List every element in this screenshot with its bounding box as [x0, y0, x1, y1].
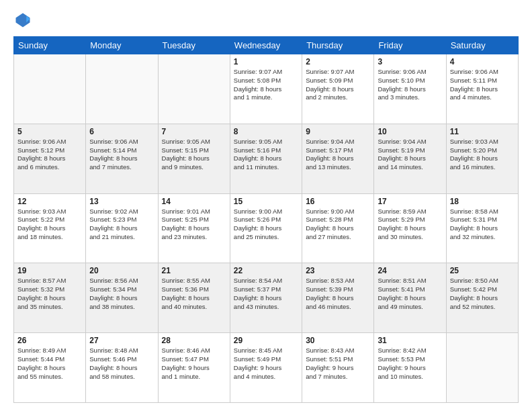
day-number: 25	[450, 266, 515, 275]
day-info: Sunrise: 8:59 AM Sunset: 5:29 PM Dayligh…	[378, 208, 442, 242]
calendar-cell: 15Sunrise: 9:00 AM Sunset: 5:26 PM Dayli…	[230, 193, 302, 263]
day-number: 23	[306, 266, 370, 275]
calendar-cell: 27Sunrise: 8:48 AM Sunset: 5:46 PM Dayli…	[86, 333, 158, 403]
day-info: Sunrise: 9:06 AM Sunset: 5:14 PM Dayligh…	[89, 138, 154, 172]
calendar-cell: 3Sunrise: 9:06 AM Sunset: 5:10 PM Daylig…	[374, 54, 446, 124]
calendar-cell: 7Sunrise: 9:05 AM Sunset: 5:15 PM Daylig…	[158, 124, 230, 193]
calendar-cell: 25Sunrise: 8:50 AM Sunset: 5:42 PM Dayli…	[446, 263, 518, 333]
day-number: 2	[306, 57, 370, 66]
day-number: 6	[89, 127, 154, 136]
day-info: Sunrise: 9:05 AM Sunset: 5:16 PM Dayligh…	[234, 138, 298, 172]
day-info: Sunrise: 8:54 AM Sunset: 5:37 PM Dayligh…	[234, 277, 298, 311]
day-info: Sunrise: 8:46 AM Sunset: 5:47 PM Dayligh…	[162, 347, 226, 381]
day-number: 16	[306, 197, 370, 206]
day-info: Sunrise: 9:07 AM Sunset: 5:09 PM Dayligh…	[306, 68, 370, 102]
day-number: 29	[234, 336, 298, 345]
calendar-cell: 16Sunrise: 9:00 AM Sunset: 5:28 PM Dayli…	[302, 193, 374, 263]
day-number: 17	[378, 197, 442, 206]
calendar-cell: 22Sunrise: 8:54 AM Sunset: 5:37 PM Dayli…	[230, 263, 302, 333]
day-number: 18	[450, 197, 515, 206]
day-info: Sunrise: 8:57 AM Sunset: 5:32 PM Dayligh…	[17, 277, 82, 311]
day-number: 4	[450, 57, 515, 66]
calendar-cell: 26Sunrise: 8:49 AM Sunset: 5:44 PM Dayli…	[14, 333, 86, 403]
day-number: 30	[306, 336, 370, 345]
day-info: Sunrise: 8:58 AM Sunset: 5:31 PM Dayligh…	[450, 208, 515, 242]
calendar-header-saturday: Saturday	[446, 37, 518, 54]
day-info: Sunrise: 8:49 AM Sunset: 5:44 PM Dayligh…	[17, 347, 82, 381]
calendar-cell: 12Sunrise: 9:03 AM Sunset: 5:22 PM Dayli…	[14, 193, 86, 263]
calendar-cell	[446, 333, 518, 403]
day-number: 22	[234, 266, 298, 275]
calendar-cell	[86, 54, 158, 124]
calendar-cell: 2Sunrise: 9:07 AM Sunset: 5:09 PM Daylig…	[302, 54, 374, 124]
calendar-cell: 10Sunrise: 9:04 AM Sunset: 5:19 PM Dayli…	[374, 124, 446, 193]
day-number: 20	[89, 266, 154, 275]
day-info: Sunrise: 9:02 AM Sunset: 5:23 PM Dayligh…	[89, 208, 154, 242]
day-info: Sunrise: 9:03 AM Sunset: 5:20 PM Dayligh…	[450, 138, 515, 172]
day-info: Sunrise: 9:04 AM Sunset: 5:19 PM Dayligh…	[378, 138, 442, 172]
day-info: Sunrise: 8:56 AM Sunset: 5:34 PM Dayligh…	[89, 277, 154, 311]
calendar: SundayMondayTuesdayWednesdayThursdayFrid…	[13, 36, 519, 403]
calendar-cell	[14, 54, 86, 124]
calendar-cell: 6Sunrise: 9:06 AM Sunset: 5:14 PM Daylig…	[86, 124, 158, 193]
day-number: 11	[450, 127, 515, 136]
calendar-cell: 18Sunrise: 8:58 AM Sunset: 5:31 PM Dayli…	[446, 193, 518, 263]
day-number: 5	[17, 127, 82, 136]
day-number: 8	[234, 127, 298, 136]
calendar-cell: 9Sunrise: 9:04 AM Sunset: 5:17 PM Daylig…	[302, 124, 374, 193]
calendar-cell: 21Sunrise: 8:55 AM Sunset: 5:36 PM Dayli…	[158, 263, 230, 333]
day-info: Sunrise: 9:05 AM Sunset: 5:15 PM Dayligh…	[162, 138, 226, 172]
day-number: 13	[89, 197, 154, 206]
day-number: 10	[378, 127, 442, 136]
calendar-cell: 14Sunrise: 9:01 AM Sunset: 5:25 PM Dayli…	[158, 193, 230, 263]
day-number: 21	[162, 266, 226, 275]
calendar-cell: 4Sunrise: 9:06 AM Sunset: 5:11 PM Daylig…	[446, 54, 518, 124]
calendar-header-thursday: Thursday	[302, 37, 374, 54]
day-info: Sunrise: 9:00 AM Sunset: 5:28 PM Dayligh…	[306, 208, 370, 242]
calendar-header-wednesday: Wednesday	[230, 37, 302, 54]
calendar-cell: 5Sunrise: 9:06 AM Sunset: 5:12 PM Daylig…	[14, 124, 86, 193]
calendar-cell: 8Sunrise: 9:05 AM Sunset: 5:16 PM Daylig…	[230, 124, 302, 193]
day-info: Sunrise: 8:55 AM Sunset: 5:36 PM Dayligh…	[162, 277, 226, 311]
day-info: Sunrise: 9:06 AM Sunset: 5:11 PM Dayligh…	[450, 68, 515, 102]
day-info: Sunrise: 9:07 AM Sunset: 5:08 PM Dayligh…	[234, 68, 298, 102]
day-info: Sunrise: 8:50 AM Sunset: 5:42 PM Dayligh…	[450, 277, 515, 311]
day-number: 7	[162, 127, 226, 136]
calendar-cell: 29Sunrise: 8:45 AM Sunset: 5:49 PM Dayli…	[230, 333, 302, 403]
day-info: Sunrise: 8:42 AM Sunset: 5:53 PM Dayligh…	[378, 347, 442, 381]
day-number: 28	[162, 336, 226, 345]
calendar-header-row: SundayMondayTuesdayWednesdayThursdayFrid…	[14, 37, 519, 54]
calendar-header-monday: Monday	[86, 37, 158, 54]
day-number: 27	[89, 336, 154, 345]
day-number: 3	[378, 57, 442, 66]
calendar-cell: 13Sunrise: 9:02 AM Sunset: 5:23 PM Dayli…	[86, 193, 158, 263]
calendar-cell: 23Sunrise: 8:53 AM Sunset: 5:39 PM Dayli…	[302, 263, 374, 333]
calendar-cell: 1Sunrise: 9:07 AM Sunset: 5:08 PM Daylig…	[230, 54, 302, 124]
calendar-cell: 19Sunrise: 8:57 AM Sunset: 5:32 PM Dayli…	[14, 263, 86, 333]
calendar-cell: 24Sunrise: 8:51 AM Sunset: 5:41 PM Dayli…	[374, 263, 446, 333]
calendar-cell: 20Sunrise: 8:56 AM Sunset: 5:34 PM Dayli…	[86, 263, 158, 333]
day-number: 15	[234, 197, 298, 206]
day-info: Sunrise: 9:01 AM Sunset: 5:25 PM Dayligh…	[162, 208, 226, 242]
calendar-cell: 11Sunrise: 9:03 AM Sunset: 5:20 PM Dayli…	[446, 124, 518, 193]
day-number: 19	[17, 266, 82, 275]
day-info: Sunrise: 8:48 AM Sunset: 5:46 PM Dayligh…	[89, 347, 154, 381]
day-info: Sunrise: 9:00 AM Sunset: 5:26 PM Dayligh…	[234, 208, 298, 242]
day-number: 12	[17, 197, 82, 206]
day-info: Sunrise: 8:53 AM Sunset: 5:39 PM Dayligh…	[306, 277, 370, 311]
day-info: Sunrise: 9:06 AM Sunset: 5:10 PM Dayligh…	[378, 68, 442, 102]
day-number: 24	[378, 266, 442, 275]
day-info: Sunrise: 9:04 AM Sunset: 5:17 PM Dayligh…	[306, 138, 370, 172]
day-number: 1	[234, 57, 298, 66]
day-info: Sunrise: 8:45 AM Sunset: 5:49 PM Dayligh…	[234, 347, 298, 381]
calendar-header-friday: Friday	[374, 37, 446, 54]
logo-icon	[13, 11, 32, 30]
calendar-header-tuesday: Tuesday	[158, 37, 230, 54]
day-info: Sunrise: 9:03 AM Sunset: 5:22 PM Dayligh…	[17, 208, 82, 242]
day-number: 31	[378, 336, 442, 345]
day-number: 14	[162, 197, 226, 206]
calendar-cell: 17Sunrise: 8:59 AM Sunset: 5:29 PM Dayli…	[374, 193, 446, 263]
day-number: 26	[17, 336, 82, 345]
calendar-cell: 30Sunrise: 8:43 AM Sunset: 5:51 PM Dayli…	[302, 333, 374, 403]
day-info: Sunrise: 8:51 AM Sunset: 5:41 PM Dayligh…	[378, 277, 442, 311]
